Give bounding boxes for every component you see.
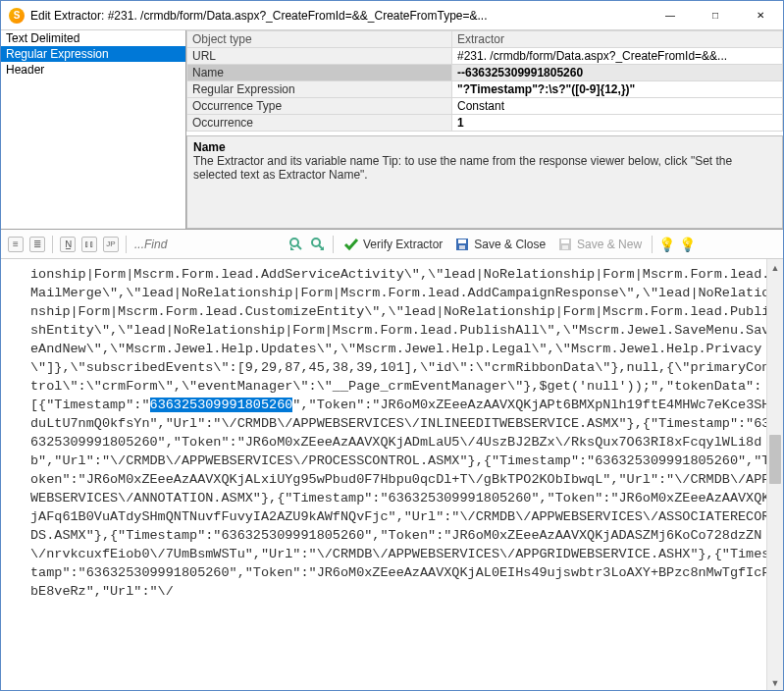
- svg-point-3: [312, 239, 320, 246]
- propgrid-value-regex[interactable]: "?Timestamp"?:\s?"([0-9]{12,})": [452, 81, 783, 98]
- toolbar-icon-2[interactable]: ≣: [28, 236, 46, 253]
- extractor-type-list[interactable]: Text Delimited Regular Expression Header: [1, 30, 186, 229]
- find-input[interactable]: [132, 237, 221, 252]
- property-grid[interactable]: Object type Extractor URL #231. /crmdb/f…: [186, 30, 783, 132]
- list-item-regular-expression[interactable]: Regular Expression: [1, 46, 185, 62]
- verify-extractor-button[interactable]: Verify Extractor: [340, 236, 446, 253]
- response-text[interactable]: ionship|Form|Mscrm.Form.lead.AddServiceA…: [1, 259, 783, 607]
- toolbar-separator: [52, 236, 53, 253]
- save-close-button[interactable]: Save & Close: [450, 236, 549, 253]
- description-box: Name The Extractor and its variable name…: [186, 135, 783, 229]
- lightbulb-icon[interactable]: 💡: [658, 237, 675, 252]
- save-icon-disabled: [557, 237, 573, 252]
- find-prev-icon[interactable]: [287, 236, 305, 253]
- close-button[interactable]: ✕: [738, 1, 783, 29]
- right-pane: Object type Extractor URL #231. /crmdb/f…: [186, 30, 783, 229]
- check-icon: [343, 237, 359, 252]
- propgrid-value-occ-type[interactable]: Constant: [452, 98, 783, 115]
- toolbar: ≡ ≣ N̲ ⫾⫾ JP Verify Extractor Save & Clo…: [1, 230, 783, 259]
- toolbar-separator: [652, 236, 653, 253]
- list-item-header[interactable]: Header: [1, 62, 185, 78]
- title-bar: S Edit Extractor: #231. /crmdb/form/Data…: [1, 1, 783, 30]
- propgrid-header-left: Object type: [187, 31, 452, 48]
- toolbar-separator: [126, 236, 127, 253]
- highlighted-match[interactable]: 636325309991805260: [150, 398, 293, 412]
- lightbulb-icon[interactable]: 💡: [679, 237, 696, 252]
- find-next-icon[interactable]: [309, 236, 327, 253]
- scroll-up-arrow[interactable]: ▲: [767, 259, 783, 276]
- scroll-down-arrow[interactable]: ▼: [767, 674, 783, 691]
- description-title: Name: [193, 140, 776, 154]
- app-icon: S: [9, 8, 25, 24]
- save-new-button[interactable]: Save & New: [553, 236, 646, 253]
- scroll-thumb[interactable]: [769, 435, 781, 484]
- svg-rect-11: [562, 245, 568, 249]
- toolbar-separator: [333, 236, 334, 253]
- propgrid-label-url: URL: [187, 48, 452, 65]
- upper-pane: Text Delimited Regular Expression Header…: [1, 30, 783, 230]
- propgrid-value-occ[interactable]: 1: [452, 115, 783, 132]
- description-text: The Extractor and its variable name Tip:…: [193, 154, 776, 182]
- maximize-button[interactable]: □: [693, 1, 738, 29]
- window-title: Edit Extractor: #231. /crmdb/form/Data.a…: [30, 9, 648, 23]
- propgrid-label-occ-type: Occurrence Type: [187, 98, 452, 115]
- response-viewer[interactable]: ionship|Form|Mscrm.Form.lead.AddServiceA…: [1, 259, 783, 691]
- svg-rect-8: [459, 245, 465, 249]
- svg-line-1: [297, 245, 301, 249]
- list-item-text-delimited[interactable]: Text Delimited: [1, 30, 185, 46]
- verify-extractor-label: Verify Extractor: [363, 238, 443, 251]
- propgrid-label-regex: Regular Expression: [187, 81, 452, 98]
- toolbar-icon-1[interactable]: ≡: [7, 236, 25, 253]
- toolbar-icon-bars[interactable]: ⫾⫾: [80, 236, 98, 253]
- vertical-scrollbar[interactable]: ▲ ▼: [766, 259, 783, 691]
- minimize-button[interactable]: —: [648, 1, 693, 29]
- save-new-label: Save & New: [577, 238, 642, 251]
- propgrid-label-name: Name: [187, 65, 452, 81]
- propgrid-header-right: Extractor: [452, 31, 783, 48]
- propgrid-value-url[interactable]: #231. /crmdb/form/Data.aspx?_CreateFromI…: [452, 48, 783, 65]
- propgrid-label-occ: Occurrence: [187, 115, 452, 132]
- scroll-track[interactable]: [767, 276, 783, 674]
- propgrid-value-name[interactable]: --636325309991805260: [452, 65, 783, 81]
- svg-rect-10: [561, 239, 569, 243]
- toolbar-icon-n[interactable]: N̲: [59, 236, 77, 253]
- svg-rect-7: [458, 239, 466, 243]
- save-close-label: Save & Close: [474, 238, 546, 251]
- toolbar-icon-jp[interactable]: JP: [102, 236, 120, 253]
- window-controls: — □ ✕: [648, 1, 783, 29]
- svg-point-0: [290, 239, 298, 246]
- save-icon: [454, 237, 470, 252]
